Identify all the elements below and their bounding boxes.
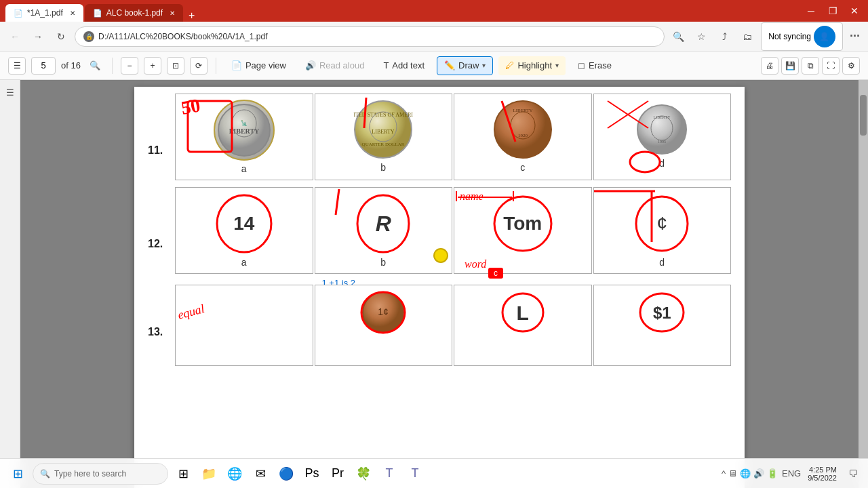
- start-button[interactable]: ⊞: [5, 462, 30, 486]
- page-total: of 16: [61, 60, 81, 70]
- browser-toolbar-right: 🔍 ☆ ⤴ 🗂 Not syncing 👤 ···: [669, 22, 863, 51]
- scroll-thumb[interactable]: [860, 95, 867, 136]
- add-text-button[interactable]: T Add text: [376, 56, 431, 75]
- more-options-button[interactable]: ···: [847, 29, 863, 43]
- q13-annot-a: equal: [176, 285, 313, 365]
- q13-cell-a: equal: [175, 285, 313, 366]
- settings-button[interactable]: ⚙: [842, 57, 860, 75]
- zoom-button[interactable]: 🔍: [669, 27, 688, 46]
- page-number-input[interactable]: [31, 57, 56, 75]
- zoom-in-button[interactable]: +: [144, 57, 161, 75]
- taskbar-search-box[interactable]: 🔍 Type here to search: [33, 463, 168, 485]
- question-12-row: 12. 14: [148, 187, 731, 274]
- restore-button[interactable]: ❐: [825, 3, 841, 19]
- profile-button[interactable]: 👤: [814, 26, 835, 47]
- file-explorer-app[interactable]: 📁: [197, 462, 221, 486]
- notification-button[interactable]: 🗨: [844, 464, 863, 483]
- search-icon: 🔍: [40, 469, 50, 479]
- print-button[interactable]: 🖨: [761, 57, 778, 75]
- tab1-close[interactable]: ✕: [70, 9, 75, 17]
- tab-1a-pdf[interactable]: 📄 *1A_1.pdf ✕: [5, 4, 83, 22]
- address-bar: ← → ↻ 🔒 D:/A111/ALC%20BOOKS/book%20A/1A_…: [0, 22, 868, 52]
- erase-button[interactable]: ◻ Erase: [571, 56, 618, 75]
- q12-cell-b: R: [315, 187, 453, 274]
- q12-number: 12.: [148, 211, 175, 250]
- erase-icon: ◻: [578, 60, 585, 70]
- highlight-chevron-icon: ▾: [555, 62, 559, 69]
- q12-cell-d: ¢: [593, 187, 732, 274]
- back-button[interactable]: ←: [5, 27, 24, 46]
- svg-text:LIBERTY: LIBERTY: [513, 108, 532, 113]
- draw-button[interactable]: ✏️ Draw ▾: [437, 56, 493, 75]
- q11-cell-a: LIBERTY 🗽 a 50: [175, 94, 313, 180]
- read-aloud-button[interactable]: 🔊 Read aloud: [298, 56, 372, 75]
- fullscreen-button[interactable]: ⛶: [822, 57, 840, 75]
- tray-screen-icon[interactable]: 🖥: [728, 468, 737, 479]
- q12-circle-d: [631, 193, 692, 254]
- minimize-button[interactable]: ─: [803, 3, 819, 19]
- pdf-scrollbar[interactable]: [859, 80, 868, 488]
- tray-chevron[interactable]: ^: [722, 468, 726, 479]
- share-button[interactable]: ⤴: [715, 27, 734, 46]
- zoom-out-button[interactable]: −: [121, 57, 138, 75]
- teams-app-2[interactable]: T: [403, 462, 427, 486]
- refresh-button[interactable]: ↻: [52, 27, 71, 46]
- tray-battery-icon[interactable]: 🔋: [767, 468, 778, 479]
- svg-rect-33: [488, 268, 503, 279]
- taskbar-clock[interactable]: 4:25 PM 9/5/2022: [805, 466, 840, 482]
- svg-text:word: word: [465, 258, 487, 270]
- lock-icon: 🔒: [83, 31, 94, 42]
- fit-page-button[interactable]: ⊡: [167, 57, 184, 75]
- sidebar-nav-icon[interactable]: ☰: [3, 85, 17, 99]
- language-indicator: ENG: [782, 468, 801, 479]
- erase-label: Erase: [589, 60, 612, 70]
- address-input[interactable]: 🔒 D:/A111/ALC%20BOOKS/book%20A/1A_1.pdf: [75, 26, 665, 47]
- collections-button[interactable]: 🗂: [738, 27, 757, 46]
- save-button[interactable]: 💾: [781, 57, 799, 75]
- sidebar-toggle[interactable]: ☰: [8, 57, 26, 75]
- q12-coins-grid: 14 a R: [175, 187, 731, 274]
- rotate-button[interactable]: ⟳: [190, 57, 208, 75]
- chrome-app[interactable]: 🔵: [274, 462, 298, 486]
- svg-point-42: [502, 293, 543, 331]
- read-aloud-icon: 🔊: [305, 60, 316, 70]
- tab2-close[interactable]: ✕: [170, 9, 175, 17]
- favorites-button[interactable]: ☆: [692, 27, 711, 46]
- more-tools-button[interactable]: ⧉: [802, 57, 819, 75]
- page-view-button[interactable]: 📄 Page view: [224, 56, 293, 75]
- q11-label-a: a: [241, 163, 247, 174]
- draw-chevron-icon: ▾: [482, 62, 486, 69]
- svg-text:1920: 1920: [518, 133, 528, 138]
- tab-alc-book[interactable]: 📄 ALC book-1.pdf ✕: [85, 4, 183, 22]
- pdf-toolbar: ☰ of 16 🔍 − + ⊡ ⟳ 📄 Page view 🔊 Read alo…: [0, 52, 868, 80]
- q11-coin-b-svg: UNITED STATES OF AMERICA LIBERTY QUARTER…: [353, 100, 413, 159]
- svg-point-35: [636, 197, 688, 251]
- pdf-search-button[interactable]: 🔍: [86, 57, 104, 75]
- taskbar-right-area: ^ 🖥 🌐 🔊 🔋 ENG 4:25 PM 9/5/2022 🗨: [722, 464, 863, 483]
- task-view-button[interactable]: ⊞: [171, 462, 195, 486]
- premiere-app[interactable]: Pr: [326, 462, 350, 486]
- add-text-icon: T: [383, 60, 389, 70]
- svg-point-17: [637, 105, 686, 154]
- svg-point-24: [217, 195, 271, 252]
- mail-app[interactable]: ✉: [248, 462, 273, 486]
- q11-label-b: b: [380, 162, 386, 173]
- photoshop-app[interactable]: Ps: [300, 462, 324, 486]
- pdf-left-sidebar: ☰: [0, 80, 20, 488]
- q11-coin-d-svg: LIBERTY 1995: [636, 104, 688, 155]
- url-text: D:/A111/ALC%20BOOKS/book%20A/1A_1.pdf: [98, 32, 268, 41]
- close-button[interactable]: ✕: [846, 3, 863, 19]
- q11-label-c: c: [520, 162, 525, 173]
- tray-volume-icon[interactable]: 🔊: [753, 468, 764, 479]
- green-app[interactable]: 🍀: [351, 462, 376, 486]
- not-syncing-label: Not syncing: [768, 32, 811, 41]
- new-tab-button[interactable]: +: [184, 9, 199, 22]
- forward-button[interactable]: →: [28, 27, 47, 46]
- highlight-button[interactable]: 🖊 Highlight ▾: [498, 56, 566, 75]
- not-syncing-button[interactable]: Not syncing 👤: [761, 22, 843, 51]
- q12-label-a: a: [241, 257, 247, 268]
- tray-network-icon[interactable]: 🌐: [740, 468, 751, 479]
- pdf-content-area: 11.: [20, 80, 859, 488]
- edge-app active[interactable]: 🌐: [222, 462, 247, 486]
- teams-app-1[interactable]: T: [377, 462, 401, 486]
